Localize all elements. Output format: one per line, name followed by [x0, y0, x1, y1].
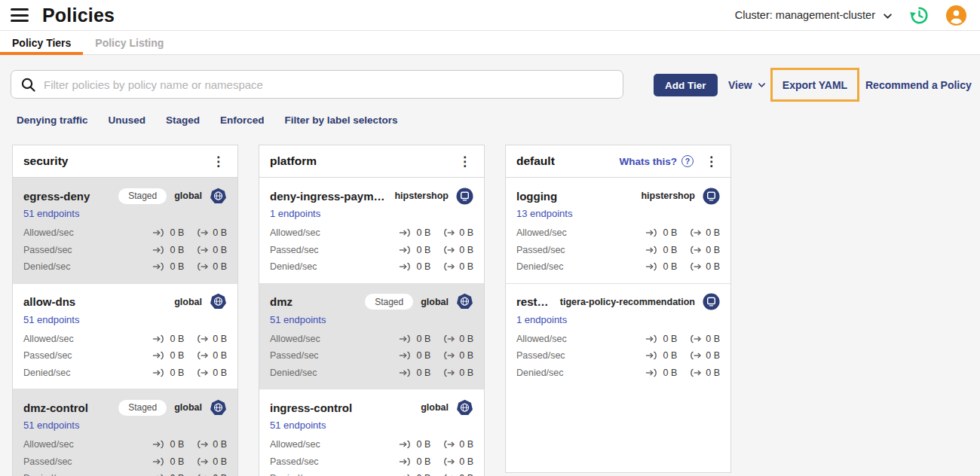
endpoints-link[interactable]: 1 endpoints: [270, 208, 320, 219]
ingress-value: 0 B: [416, 350, 430, 361]
ingress-arrow-icon: [645, 351, 659, 360]
ingress-value: 0 B: [663, 334, 677, 344]
ingress-value: 0 B: [416, 473, 430, 476]
egress-pair: 0 B: [442, 350, 473, 361]
policy-name: restricted: [516, 295, 553, 308]
toolbar: Add Tier View Export YAML Recommend a Po…: [0, 55, 980, 102]
policy-metrics: Allowed/sec 0 B 0 B Passed/sec: [516, 331, 720, 382]
metric-label: Denied/sec: [270, 473, 317, 476]
history-icon[interactable]: [909, 5, 929, 26]
metric-label: Passed/sec: [516, 350, 565, 361]
policy-top-row: deny-ingress-paymentservice hipstershop: [270, 186, 473, 206]
egress-value: 0 B: [213, 334, 227, 344]
view-dropdown[interactable]: View: [728, 74, 766, 96]
ingress-pair: 0 B: [152, 245, 184, 255]
egress-arrow-icon: [688, 368, 702, 377]
tab-policy-listing[interactable]: Policy Listing: [83, 31, 176, 54]
ingress-value: 0 B: [663, 261, 677, 272]
policy-card[interactable]: restricted tigera-policy-recommendation …: [506, 283, 730, 389]
egress-value: 0 B: [459, 261, 473, 272]
endpoints-link[interactable]: 51 endpoints: [270, 420, 326, 431]
metric-row: Denied/sec 0 B 0 B: [270, 258, 473, 276]
metric-row: Denied/sec 0 B 0 B: [23, 365, 227, 382]
egress-pair: 0 B: [688, 261, 720, 272]
metric-label: Denied/sec: [23, 368, 71, 378]
metric-label: Denied/sec: [23, 473, 71, 476]
policy-card[interactable]: allow-dns global 51 endpoints Allowed/se…: [13, 283, 237, 389]
ingress-pair: 0 B: [152, 227, 184, 238]
tier-help-label: Whats this?: [620, 156, 678, 167]
search-icon: [20, 77, 36, 93]
tier-help-link[interactable]: Whats this? ?: [620, 155, 694, 167]
hamburger-menu-icon[interactable]: [11, 8, 29, 22]
ingress-arrow-icon: [152, 368, 166, 377]
egress-value: 0 B: [459, 227, 473, 238]
endpoints-link[interactable]: 51 endpoints: [270, 314, 326, 325]
ingress-value: 0 B: [170, 245, 184, 255]
cluster-selector-label: Cluster: management-cluster: [735, 9, 875, 21]
policy-metrics: Allowed/sec 0 B 0 B Passed/sec: [516, 224, 720, 276]
metric-label: Allowed/sec: [270, 227, 320, 238]
egress-arrow-icon: [688, 351, 702, 360]
endpoints-link[interactable]: 1 endpoints: [516, 314, 567, 325]
filter-enforced[interactable]: Enforced: [220, 114, 265, 126]
policy-card[interactable]: egress-deny Staged global 51 endpoints A…: [13, 178, 237, 283]
metric-label: Allowed/sec: [270, 334, 320, 344]
policy-card[interactable]: deny-ingress-paymentservice hipstershop …: [259, 178, 484, 283]
tab-bar: Policy Tiers Policy Listing: [0, 31, 980, 55]
tier-menu-button[interactable]: ⋮: [703, 154, 720, 169]
policy-scope-label: global: [174, 402, 202, 413]
ingress-pair: 0 B: [399, 227, 430, 238]
ingress-value: 0 B: [170, 227, 184, 238]
endpoints-link[interactable]: 13 endpoints: [516, 208, 572, 219]
ingress-arrow-icon: [645, 262, 659, 271]
filter-unused[interactable]: Unused: [109, 114, 146, 126]
metric-label: Allowed/sec: [516, 227, 567, 238]
egress-pair: 0 B: [195, 368, 227, 378]
metric-label: Denied/sec: [516, 368, 564, 378]
policy-card[interactable]: dmz Staged global 51 endpoints Allowed/s…: [259, 283, 484, 389]
policy-card[interactable]: dmz-control Staged global 51 endpoints A…: [13, 389, 237, 476]
tier-menu-button[interactable]: ⋮: [210, 154, 227, 169]
ingress-arrow-icon: [399, 440, 412, 449]
export-yaml-button[interactable]: Export YAML: [782, 79, 847, 91]
endpoints-link[interactable]: 51 endpoints: [23, 314, 79, 325]
policy-scope-label: hipstershop: [641, 191, 695, 201]
cluster-selector[interactable]: Cluster: management-cluster: [735, 9, 893, 21]
filters-row: Denying traffic Unused Staged Enforced F…: [0, 114, 980, 126]
egress-value: 0 B: [459, 350, 473, 361]
tier-card: platform ⋮ deny-ingress-paymentservice h…: [259, 145, 485, 476]
filter-staged[interactable]: Staged: [166, 114, 200, 126]
ingress-arrow-icon: [645, 228, 659, 237]
tab-policy-tiers[interactable]: Policy Tiers: [0, 31, 83, 54]
search-input[interactable]: [44, 78, 614, 91]
ingress-arrow-icon: [152, 440, 166, 449]
metric-row: Passed/sec 0 B 0 B: [270, 453, 473, 471]
metric-row: Denied/sec 0 B 0 B: [23, 470, 227, 476]
tier-menu-button[interactable]: ⋮: [456, 154, 473, 169]
egress-arrow-icon: [688, 334, 702, 343]
metric-label: Passed/sec: [23, 245, 72, 255]
policy-card[interactable]: logging hipstershop 13 endpoints Allowed…: [506, 178, 730, 283]
metric-row: Denied/sec 0 B 0 B: [23, 258, 227, 276]
ingress-pair: 0 B: [399, 368, 430, 378]
add-tier-button[interactable]: Add Tier: [654, 74, 718, 96]
tier-title: security: [23, 154, 68, 168]
ingress-arrow-icon: [152, 457, 166, 466]
tier-title: default: [516, 154, 555, 168]
policy-name: dmz-control: [23, 401, 111, 414]
ingress-arrow-icon: [152, 246, 166, 255]
filter-by-label-selectors[interactable]: Filter by label selectors: [285, 114, 398, 126]
endpoints-link[interactable]: 51 endpoints: [23, 420, 79, 431]
policy-card[interactable]: ingress-control global 51 endpoints Allo…: [259, 389, 484, 476]
tier-card: default Whats this? ? ⋮ logging hipsters…: [505, 145, 731, 473]
egress-pair: 0 B: [688, 227, 720, 238]
user-avatar[interactable]: [946, 5, 966, 26]
recommend-policy-button[interactable]: Recommend a Policy: [865, 74, 972, 96]
filter-denying-traffic[interactable]: Denying traffic: [17, 114, 88, 126]
ingress-arrow-icon: [399, 457, 412, 466]
endpoints-link[interactable]: 51 endpoints: [23, 208, 79, 219]
tier-card: security ⋮ egress-deny Staged global 51 …: [12, 145, 238, 476]
metric-label: Denied/sec: [270, 368, 317, 378]
egress-value: 0 B: [213, 456, 227, 467]
